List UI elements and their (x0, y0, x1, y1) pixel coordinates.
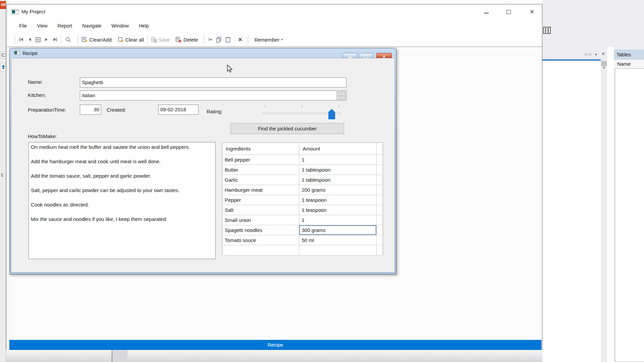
record-view-button[interactable] (34, 36, 42, 44)
toolbar-grip[interactable] (203, 35, 205, 44)
recipe-form: Name: Spaghetti Kitchen: Italian ... Pre… (11, 58, 395, 273)
main-window-title: My Project (21, 9, 45, 14)
name-input[interactable]: Spaghetti (80, 77, 346, 87)
ingredient-name-cell[interactable] (222, 245, 299, 255)
menu-item-view[interactable]: View (32, 20, 52, 31)
maximize-button[interactable] (501, 7, 516, 17)
ingredient-name-cell[interactable]: Salt (222, 205, 299, 215)
tables-list[interactable] (615, 68, 644, 362)
recipe-window-icon (14, 50, 20, 56)
ingredient-amount-cell[interactable]: 1 teaspoon (299, 205, 376, 215)
ingredient-row: Small union1 (222, 215, 383, 225)
menu-item-navigate[interactable]: Navigate (77, 20, 106, 31)
kitchen-browse-button[interactable]: ... (337, 92, 345, 100)
ingredient-name-cell[interactable]: Spagetti noodles (222, 225, 299, 235)
ingredient-amount-cell[interactable]: 50 ml (299, 235, 376, 245)
paste-button[interactable] (223, 36, 232, 44)
tab-list-chevron-icon[interactable]: ▼ (594, 53, 597, 56)
clear-add-button[interactable]: Clear/Add (80, 36, 113, 44)
ingredient-amount-cell[interactable]: 1 (299, 215, 376, 225)
background-window-edge (112, 350, 112, 362)
menu-item-report[interactable]: Report (53, 20, 77, 31)
save-button[interactable]: Save (150, 36, 171, 44)
background-scrollbar[interactable] (113, 350, 127, 362)
document-scrollbar[interactable]: ⌃ (601, 61, 607, 362)
tab-scroll-left-icon[interactable]: ◁ (584, 52, 587, 56)
ingredient-amount-cell[interactable]: 200 grams (299, 185, 376, 195)
minimize-button[interactable] (479, 7, 494, 17)
ingredient-amount-cell[interactable]: 1 tablespoon (299, 175, 376, 185)
ingredient-name-cell[interactable]: Hamburger meat (222, 185, 299, 195)
howto-textarea[interactable]: On medium heat melt the buffer and saute… (29, 142, 216, 259)
mouse-cursor (227, 65, 233, 75)
kitchen-value: Italian (82, 93, 95, 98)
preparation-time-input[interactable]: 30 (80, 105, 101, 115)
cancel-x-button[interactable]: ✕ (237, 36, 244, 44)
ingredient-amount-cell[interactable] (299, 245, 376, 255)
side-tab-e[interactable]: E (1, 173, 4, 178)
first-record-button[interactable] (17, 36, 25, 43)
search-button[interactable] (63, 36, 73, 44)
tables-panel-title[interactable]: Tables (614, 50, 644, 60)
ingredient-name-cell[interactable]: Butter (222, 165, 299, 175)
clear-all-button[interactable]: Clear all (116, 36, 145, 44)
grid-scroll-strip (376, 235, 383, 245)
ingredients-column-header[interactable]: Ingredients (222, 143, 299, 155)
toolbar-grip[interactable] (247, 35, 249, 44)
pin-up-arrow-icon[interactable] (1, 63, 6, 71)
menu-item-help[interactable]: Help (134, 20, 154, 31)
created-date-input[interactable]: 09-02-2018 (158, 105, 199, 115)
menu-item-file[interactable]: File (14, 20, 32, 31)
delete-button[interactable]: Delete (174, 36, 199, 44)
remember-dropdown-button[interactable]: Remember ▾ (252, 36, 284, 44)
toolbar-grip[interactable] (14, 35, 16, 44)
toolbar-grip[interactable] (77, 35, 79, 44)
ingredient-row: Pepper1 teaspoon (222, 195, 383, 205)
close-button[interactable]: ✕ (524, 7, 540, 17)
recipe-titlebar[interactable]: Recipe ✕ (11, 48, 395, 58)
find-pickled-cucumber-button[interactable]: Find the pickled cucumber (230, 123, 344, 134)
ingredient-name-cell[interactable]: Pepper (222, 195, 299, 205)
slider-tick (339, 105, 339, 108)
grid-header-row: Ingredients Amount (222, 143, 383, 155)
clear-add-icon (82, 37, 88, 43)
rating-label: Rating: (207, 109, 223, 114)
ingredient-amount-cell[interactable]: 1 (299, 155, 376, 165)
ingredient-name-cell[interactable]: Small union (222, 215, 299, 225)
slider-thumb[interactable] (328, 109, 335, 119)
next-record-button[interactable] (42, 36, 51, 43)
grid-scroll-strip (376, 143, 383, 155)
recipe-status-bar[interactable]: Recipe (9, 340, 541, 350)
ingredient-amount-cell[interactable]: 1 teaspoon (299, 195, 376, 205)
tables-name-column-header[interactable]: Name (614, 60, 644, 68)
previous-record-icon (27, 37, 33, 42)
tab-close-icon[interactable]: ✕ (601, 51, 605, 56)
scrollbar-thumb[interactable] (601, 61, 607, 66)
amount-column-header[interactable]: Amount (299, 143, 376, 155)
previous-record-button[interactable] (25, 36, 34, 43)
scroll-up-icon[interactable]: ⌃ (601, 66, 607, 71)
kitchen-input[interactable]: Italian ... (80, 90, 346, 101)
main-window: My Project ✕ FileViewReportNavigateWindo… (6, 4, 542, 350)
save-icon (151, 37, 157, 43)
mdi-client-area: Recipe ✕ Name: Spaghetti Kitchen: Italia… (6, 47, 542, 350)
ingredient-amount-cell[interactable]: 300 grams (299, 225, 376, 235)
clear-add-label: Clear/Add (89, 37, 112, 43)
background-window-band (6, 350, 542, 362)
cut-button[interactable]: ✂ (207, 35, 214, 44)
side-tab-c[interactable]: C (1, 51, 6, 59)
ingredient-name-cell[interactable]: Tomato souce (222, 235, 299, 245)
data-grid-icon[interactable] (543, 27, 551, 35)
taskbar-app-tile[interactable]: DR (0, 1, 6, 9)
rating-slider[interactable] (263, 105, 341, 120)
ingredient-name-cell[interactable]: Garlic (222, 175, 299, 185)
last-record-button[interactable] (51, 36, 59, 43)
ingredient-name-cell[interactable]: Bell pepper (222, 155, 299, 165)
tab-scroll-right-icon[interactable]: ▷ (589, 52, 592, 56)
search-icon (65, 37, 71, 43)
menu-item-window[interactable]: Window (106, 20, 134, 31)
copy-button[interactable] (214, 36, 223, 44)
main-titlebar[interactable]: My Project ✕ (6, 4, 542, 19)
save-label: Save (159, 37, 170, 43)
ingredient-amount-cell[interactable]: 1 tablespoon (299, 165, 376, 175)
